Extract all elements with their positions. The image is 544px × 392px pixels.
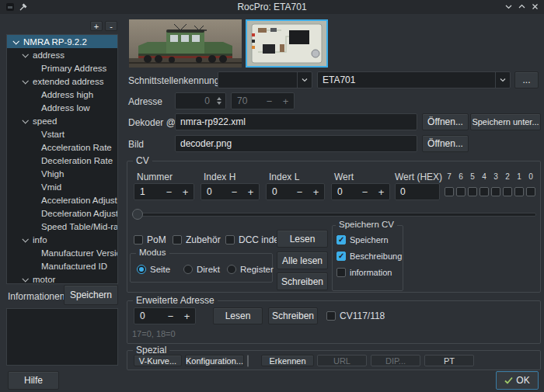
cv-index-h-spinbox[interactable]: 0 − + — [201, 183, 260, 200]
spin-arrows-icon[interactable] — [213, 96, 225, 106]
decrement-button[interactable]: − — [161, 186, 177, 198]
dekoder-oeffnen-button[interactable]: Öffnen... — [422, 113, 469, 130]
konfiguration-checkbox[interactable] — [247, 355, 249, 367]
decrement-button[interactable]: − — [261, 95, 277, 107]
interface-combobox[interactable] — [218, 71, 312, 88]
increment-button[interactable]: + — [177, 186, 194, 198]
bit7-checkbox[interactable] — [445, 187, 454, 196]
cv-wert-hex-input[interactable]: 0 — [395, 183, 440, 200]
bit4-checkbox[interactable] — [479, 187, 489, 196]
bild-file-input[interactable]: decoder.png — [175, 135, 417, 152]
schreiben-button[interactable]: Schreiben — [277, 272, 328, 290]
checkbox-box[interactable] — [337, 268, 346, 277]
tree-item-acceleration-rate[interactable]: Acceleration Rate — [7, 140, 117, 154]
zubehoer-checkbox[interactable]: Zubehör — [173, 234, 221, 245]
pom-checkbox[interactable]: PoM — [134, 234, 166, 245]
beschreibung-checkbox[interactable]: Beschreibung — [337, 251, 402, 262]
remove-node-button[interactable]: - — [105, 21, 117, 31]
konfiguration-button[interactable]: Konfiguration... — [185, 355, 244, 366]
decoder-image[interactable] — [246, 19, 328, 68]
pt-button[interactable]: PT — [424, 355, 474, 366]
tree-item-address-high[interactable]: Address high — [7, 88, 117, 101]
more-button[interactable]: ... — [514, 71, 539, 88]
informationen-textarea[interactable] — [6, 308, 118, 366]
tree-item-deceleration-adjustment[interactable]: Deceleration Adjustme — [7, 206, 117, 220]
ok-button[interactable]: OK — [496, 371, 539, 390]
checkbox-box[interactable] — [173, 235, 182, 245]
radio-button[interactable] — [137, 265, 146, 274]
increment-button[interactable]: + — [308, 186, 324, 198]
add-node-button[interactable]: + — [90, 21, 103, 31]
lesen-button[interactable]: Lesen — [277, 230, 328, 248]
adresse-spinbox[interactable]: 0 — [175, 92, 226, 109]
modus-seite-radio[interactable]: Seite — [137, 264, 170, 275]
cv117-118-checkbox[interactable]: CV117/118 — [326, 310, 385, 321]
hilfe-button[interactable]: Hilfe — [8, 371, 59, 390]
tree-item-deceleration-rate[interactable]: Deceleration Rate — [7, 154, 117, 167]
cv-tree[interactable]: NMRA RP-9.2.2 address Primary Address ex… — [6, 34, 118, 284]
tree-item-vstart[interactable]: Vstart — [7, 127, 117, 140]
tree-item-address[interactable]: address — [7, 48, 117, 61]
erweiterte-schreiben-button[interactable]: Schreiben — [268, 307, 318, 324]
radio-button[interactable] — [183, 265, 193, 274]
tree-item-vhigh[interactable]: Vhigh — [7, 167, 117, 180]
tree-item-address-low[interactable]: Address low — [7, 101, 117, 114]
erkennen-button[interactable]: Erkennen — [261, 355, 314, 366]
cv-nummer-spinbox[interactable]: 1 − + — [134, 183, 194, 200]
dekoder-file-input[interactable]: nmra-rp922.xml — [175, 113, 417, 130]
speichern-cv-checkbox[interactable]: Speichern — [337, 234, 389, 245]
erweiterte-adresse-spinbox[interactable]: 0 − + — [134, 307, 196, 324]
dcc-index-checkbox[interactable]: DCC index — [225, 234, 284, 245]
tree-item-acceleration-adjustment[interactable]: Acceleration Adjustme — [7, 193, 117, 206]
decrement-button[interactable]: − — [226, 186, 242, 198]
erweiterte-lesen-button[interactable]: Lesen — [213, 307, 263, 324]
cv-wert-spinbox[interactable]: 0 − + — [331, 183, 390, 200]
minimize-icon[interactable] — [504, 2, 514, 12]
tree-item-vmid[interactable]: Vmid — [7, 180, 117, 193]
cv-value-slider[interactable] — [132, 209, 536, 220]
locomotive-image[interactable] — [129, 19, 242, 68]
checkbox-box[interactable] — [134, 235, 143, 245]
tree-item-manufactured-id[interactable]: Manufactured ID — [7, 259, 117, 272]
modus-register-radio[interactable]: Register — [227, 264, 274, 275]
increment-button[interactable]: + — [277, 95, 294, 107]
checkbox-box[interactable] — [337, 252, 346, 261]
cv-index-l-spinbox[interactable]: 0 − + — [266, 183, 325, 200]
pin-icon[interactable] — [18, 2, 28, 12]
bit3-checkbox[interactable] — [491, 187, 500, 196]
tree-item-nmra[interactable]: NMRA RP-9.2.2 — [7, 35, 117, 48]
increment-button[interactable]: + — [373, 186, 389, 198]
modus-direkt-radio[interactable]: Direkt — [183, 264, 220, 275]
maximize-icon[interactable] — [517, 2, 527, 12]
bit2-checkbox[interactable] — [503, 187, 512, 196]
bit0-checkbox[interactable] — [526, 187, 535, 196]
bit1-checkbox[interactable] — [514, 187, 524, 196]
tree-item-speed-table[interactable]: Speed Table/Mid-range — [7, 220, 117, 233]
increment-button[interactable]: + — [179, 310, 195, 322]
information-checkbox[interactable]: information — [337, 267, 392, 278]
checkbox-box[interactable] — [225, 235, 235, 245]
checkbox-box[interactable] — [337, 235, 346, 245]
radio-button[interactable] — [227, 265, 236, 274]
tree-item-manufacturer-version[interactable]: Manufacturer Version — [7, 246, 117, 259]
tree-item-speed[interactable]: speed — [7, 114, 117, 127]
adresse2-spinbox[interactable]: 70 − + — [231, 92, 295, 109]
decoder-combobox[interactable]: ETA701 — [317, 71, 511, 88]
decrement-button[interactable]: − — [291, 186, 308, 198]
bit6-checkbox[interactable] — [456, 187, 466, 196]
bit5-checkbox[interactable] — [468, 187, 477, 196]
slider-handle[interactable] — [132, 209, 143, 220]
increment-button[interactable]: + — [242, 186, 259, 198]
tree-item-motor[interactable]: motor — [7, 272, 117, 284]
slider-track[interactable] — [132, 213, 536, 217]
decrement-button[interactable]: − — [357, 186, 373, 198]
checkbox-box[interactable] — [326, 311, 336, 321]
speichern-unter-button[interactable]: Speichern unter... — [470, 113, 541, 130]
close-icon[interactable] — [530, 2, 540, 12]
v-kurve-button[interactable]: V-Kurve... — [134, 355, 182, 366]
bild-oeffnen-button[interactable]: Öffnen... — [422, 135, 469, 152]
decrement-button[interactable]: − — [162, 310, 179, 322]
tree-item-extended-address[interactable]: extended address — [7, 75, 117, 88]
tree-item-info[interactable]: info — [7, 233, 117, 246]
tree-item-primary-address[interactable]: Primary Address — [7, 61, 117, 75]
